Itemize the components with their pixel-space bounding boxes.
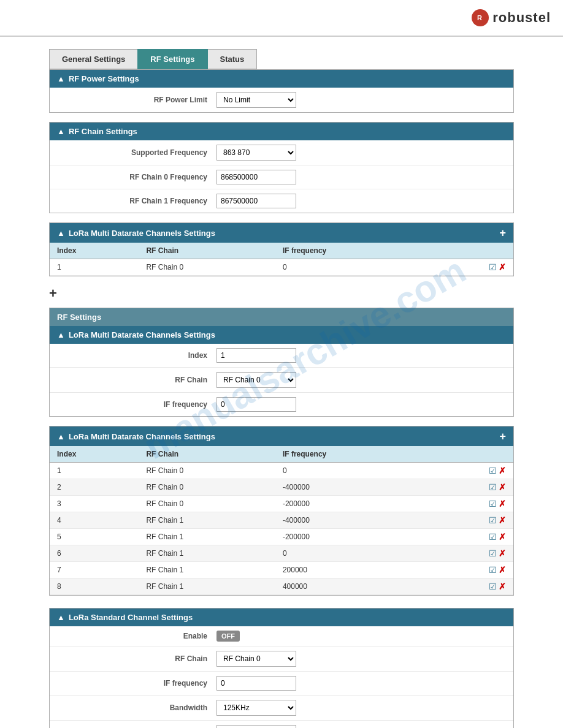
lora-multi-table1: Index RF Chain IF frequency 1 RF Chain 0… bbox=[50, 243, 513, 276]
lora-multi-table2-add-button[interactable]: + bbox=[499, 431, 506, 442]
supported-frequency-row: Supported Frequency 863 870 915 928 bbox=[50, 140, 513, 165]
rf-chain-settings-header[interactable]: ▲ RF Chain Settings bbox=[50, 123, 513, 140]
table-row: 3 RF Chain 0 -200000 ☑ ✗ bbox=[50, 496, 513, 512]
rf-settings-inline-section-header[interactable]: ▲ LoRa Multi Datarate Channels Settings bbox=[50, 326, 513, 344]
lora-multi-table1-title: LoRa Multi Datarate Channels Settings bbox=[69, 229, 215, 238]
row-if-freq: 200000 bbox=[275, 562, 429, 578]
col-actions bbox=[429, 243, 513, 259]
inline-index-input[interactable] bbox=[216, 348, 296, 363]
standard-bandwidth-label: Bandwidth bbox=[57, 703, 216, 712]
standard-spread-factor-select[interactable]: SF7 SF8 SF9 SF10 SF11 SF12 bbox=[216, 725, 296, 728]
inline-if-freq-input[interactable] bbox=[216, 397, 296, 412]
inline-rf-chain-select[interactable]: RF Chain 0 RF Chain 1 bbox=[216, 372, 296, 388]
rf-chain0-control bbox=[216, 170, 506, 184]
rf-chain0-input[interactable] bbox=[216, 170, 296, 184]
rf-power-limit-select[interactable]: No Limit 14dBm 17dBm 20dBm 23dBm 26dBm 2… bbox=[216, 92, 296, 108]
lora-multi-table2: Index RF Chain IF frequency 1 RF Chain 0… bbox=[50, 446, 513, 595]
robustel-logo-icon: R bbox=[472, 9, 489, 26]
standard-if-freq-control bbox=[216, 676, 506, 691]
row-actions: ☑ ✗ bbox=[429, 562, 513, 578]
delete-icon[interactable]: ✗ bbox=[499, 499, 506, 509]
main-content: General Settings RF Settings Status ▲ RF… bbox=[0, 37, 563, 728]
rf-power-limit-row: RF Power Limit No Limit 14dBm 17dBm 20dB… bbox=[50, 88, 513, 112]
standard-if-freq-row: IF frequency bbox=[50, 672, 513, 696]
lora-multi-table2-header-row: Index RF Chain IF frequency bbox=[50, 446, 513, 463]
edit-icon[interactable]: ☑ bbox=[489, 582, 497, 591]
edit-icon[interactable]: ☑ bbox=[489, 565, 497, 575]
table-row: 5 RF Chain 1 -200000 ☑ ✗ bbox=[50, 529, 513, 545]
edit-icon[interactable]: ☑ bbox=[489, 515, 497, 525]
row-rf-chain: RF Chain 0 bbox=[139, 496, 275, 512]
lora-standard-channel-section: ▲ LoRa Standard Channel Settings Enable … bbox=[49, 608, 514, 728]
standard-bandwidth-select[interactable]: 125KHz 250KHz 500KHz bbox=[216, 700, 296, 716]
tab-rf-settings[interactable]: RF Settings bbox=[137, 49, 207, 69]
col-index: Index bbox=[50, 243, 139, 259]
delete-icon[interactable]: ✗ bbox=[499, 515, 506, 525]
inline-if-freq-control bbox=[216, 397, 506, 412]
inline-index-label: Index bbox=[57, 351, 216, 360]
rf-power-settings-body: RF Power Limit No Limit 14dBm 17dBm 20dB… bbox=[50, 88, 513, 112]
standard-bandwidth-row: Bandwidth 125KHz 250KHz 500KHz bbox=[50, 696, 513, 721]
row-index: 7 bbox=[50, 562, 139, 578]
row-rf-chain: RF Chain 1 bbox=[139, 562, 275, 578]
edit-icon[interactable]: ☑ bbox=[489, 262, 497, 272]
tab-general-settings[interactable]: General Settings bbox=[49, 49, 137, 69]
rf-chain1-input[interactable] bbox=[216, 194, 296, 208]
edit-icon[interactable]: ☑ bbox=[489, 482, 497, 492]
lora-standard-collapse-arrow: ▲ bbox=[57, 613, 65, 622]
edit-icon[interactable]: ☑ bbox=[489, 499, 497, 509]
table-row: 1 RF Chain 0 0 ☑ ✗ bbox=[50, 259, 513, 276]
edit-icon[interactable]: ☑ bbox=[489, 466, 497, 476]
rf-chain-settings-title: RF Chain Settings bbox=[69, 127, 137, 136]
rf-settings-inline-title: RF Settings bbox=[57, 313, 101, 322]
row-rf-chain: RF Chain 1 bbox=[139, 529, 275, 545]
standard-if-freq-input[interactable] bbox=[216, 676, 296, 691]
rf-power-settings-header[interactable]: ▲ RF Power Settings bbox=[50, 70, 513, 88]
supported-frequency-select[interactable]: 863 870 915 928 bbox=[216, 145, 296, 161]
delete-icon[interactable]: ✗ bbox=[499, 548, 506, 558]
row-rf-chain: RF Chain 0 bbox=[139, 479, 275, 496]
edit-icon[interactable]: ☑ bbox=[489, 532, 497, 542]
delete-icon[interactable]: ✗ bbox=[499, 466, 506, 476]
edit-icon[interactable]: ☑ bbox=[489, 548, 497, 558]
row-if-freq: -400000 bbox=[275, 512, 429, 529]
row-rf-chain: RF Chain 1 bbox=[139, 545, 275, 562]
delete-icon[interactable]: ✗ bbox=[499, 482, 506, 492]
rf-chain1-row: RF Chain 1 Frequency bbox=[50, 189, 513, 213]
rf-chain1-label: RF Chain 1 Frequency bbox=[57, 197, 216, 205]
standard-enable-control: OFF bbox=[216, 631, 506, 642]
lora-standard-channel-header[interactable]: ▲ LoRa Standard Channel Settings bbox=[50, 609, 513, 626]
rf-power-settings-section: ▲ RF Power Settings RF Power Limit No Li… bbox=[49, 69, 514, 113]
standard-spread-factor-row: Spread Factor SF7 SF8 SF9 SF10 SF11 SF12 bbox=[50, 721, 513, 728]
rf-chain0-label: RF Chain 0 Frequency bbox=[57, 173, 216, 181]
rf-power-settings-title: RF Power Settings bbox=[69, 74, 139, 83]
rf-chain-settings-body: Supported Frequency 863 870 915 928 RF C… bbox=[50, 140, 513, 213]
standalone-add-button[interactable]: + bbox=[49, 286, 514, 301]
delete-icon[interactable]: ✗ bbox=[499, 262, 506, 272]
row-if-freq: 0 bbox=[275, 545, 429, 562]
rf-settings-inline-section-arrow: ▲ bbox=[57, 330, 65, 339]
table-row: 4 RF Chain 1 -400000 ☑ ✗ bbox=[50, 512, 513, 529]
delete-icon[interactable]: ✗ bbox=[499, 565, 506, 575]
rf-settings-inline-box: RF Settings ▲ LoRa Multi Datarate Channe… bbox=[49, 308, 514, 417]
delete-icon[interactable]: ✗ bbox=[499, 582, 506, 591]
row-actions: ☑ ✗ bbox=[429, 479, 513, 496]
col2-rf-chain: RF Chain bbox=[139, 446, 275, 463]
table-row: 1 RF Chain 0 0 ☑ ✗ bbox=[50, 463, 513, 479]
lora-multi-table2-header: ▲ LoRa Multi Datarate Channels Settings … bbox=[50, 427, 513, 446]
row-if-freq: -200000 bbox=[275, 496, 429, 512]
row-index: 2 bbox=[50, 479, 139, 496]
standard-enable-toggle[interactable]: OFF bbox=[216, 631, 240, 642]
standard-rf-chain-select[interactable]: RF Chain 0 RF Chain 1 bbox=[216, 651, 296, 667]
row-if-freq: -200000 bbox=[275, 529, 429, 545]
header: R robustel bbox=[0, 0, 563, 37]
supported-frequency-label: Supported Frequency bbox=[57, 148, 216, 157]
lora-multi-table1-add-button[interactable]: + bbox=[499, 227, 506, 238]
logo-area: R robustel bbox=[472, 9, 551, 26]
row-index: 5 bbox=[50, 529, 139, 545]
tab-status[interactable]: Status bbox=[208, 49, 258, 69]
delete-icon[interactable]: ✗ bbox=[499, 532, 506, 542]
standard-rf-chain-control: RF Chain 0 RF Chain 1 bbox=[216, 651, 506, 667]
row-actions: ☑ ✗ bbox=[429, 545, 513, 562]
lora-multi-table1-header: ▲ LoRa Multi Datarate Channels Settings … bbox=[50, 223, 513, 243]
